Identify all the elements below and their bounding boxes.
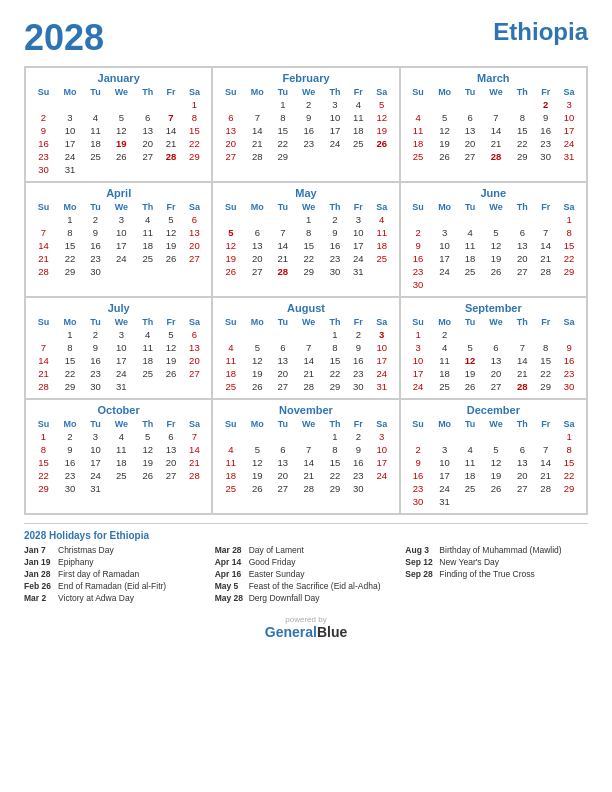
- calendar-day: 16: [347, 354, 370, 367]
- holiday-name: Birthday of Muhammad (Mawlid): [439, 545, 561, 555]
- holiday-name: Christmas Day: [58, 545, 114, 555]
- list-item: May 28Derg Downfall Day: [215, 593, 398, 603]
- calendar-day: 18: [431, 367, 459, 380]
- calendar-day: 9: [294, 111, 323, 124]
- day-header: Su: [31, 86, 56, 98]
- day-header: Th: [323, 201, 347, 213]
- calendar-day: 1: [557, 430, 581, 443]
- calendar-day: 25: [347, 137, 370, 150]
- calendar-day: 26: [482, 482, 511, 495]
- calendar-day: [56, 98, 84, 111]
- calendar-day: 12: [482, 239, 511, 252]
- calendar-day: 18: [136, 239, 160, 252]
- calendar-day: 4: [218, 341, 243, 354]
- day-header: Tu: [84, 201, 107, 213]
- calendar-day: [218, 98, 243, 111]
- calendar-day: 30: [56, 482, 84, 495]
- calendar-day: 4: [218, 443, 243, 456]
- calendar-day: 24: [557, 137, 581, 150]
- calendar-day: [431, 278, 459, 291]
- month-title: March: [406, 72, 581, 84]
- calendar-day: 14: [534, 456, 557, 469]
- calendar-day: [243, 430, 271, 443]
- list-item: Mar 28Day of Lament: [215, 545, 398, 555]
- calendar-day: 26: [160, 367, 183, 380]
- calendar-day: 12: [160, 341, 183, 354]
- calendar-day: [431, 213, 459, 226]
- calendar-day: 13: [160, 443, 183, 456]
- day-header: Su: [31, 316, 56, 328]
- calendar-day: 23: [84, 367, 107, 380]
- calendar-day: 13: [482, 354, 511, 367]
- day-header: Sa: [370, 86, 394, 98]
- calendar-day: 8: [182, 111, 206, 124]
- holiday-date: Mar 28: [215, 545, 245, 555]
- calendar-day: 27: [218, 150, 243, 163]
- calendar-day: 29: [56, 265, 84, 278]
- calendar-day: 21: [271, 252, 294, 265]
- calendar-day: 20: [136, 137, 160, 150]
- day-header: Fr: [160, 316, 183, 328]
- holiday-date: May 28: [215, 593, 245, 603]
- calendar-day: 15: [56, 354, 84, 367]
- calendar-day: 8: [323, 443, 347, 456]
- calendar-day: 20: [218, 137, 243, 150]
- calendar-day: 3: [431, 226, 459, 239]
- brand-label: GeneralBlue: [24, 624, 588, 640]
- calendar-day: 24: [431, 265, 459, 278]
- calendar-day: [160, 265, 183, 278]
- day-header: Su: [218, 316, 243, 328]
- calendar-day: 19: [218, 252, 243, 265]
- day-header: Th: [510, 418, 534, 430]
- calendar-day: 18: [370, 239, 394, 252]
- holiday-date: Sep 12: [405, 557, 435, 567]
- calendar-day: 10: [107, 341, 136, 354]
- month-title: July: [31, 302, 206, 314]
- calendar-day: 7: [482, 111, 511, 124]
- calendar-day: 2: [323, 213, 347, 226]
- calendar-day: 21: [31, 367, 56, 380]
- calendar-day: 15: [323, 456, 347, 469]
- list-item: Feb 26End of Ramadan (Eid al-Fitr): [24, 581, 207, 591]
- calendar-day: 26: [107, 150, 136, 163]
- calendar-day: 4: [347, 98, 370, 111]
- holiday-column: Jan 7Christmas DayJan 19EpiphanyJan 28Fi…: [24, 545, 207, 605]
- calendar-day: 8: [271, 111, 294, 124]
- day-header: Fr: [534, 316, 557, 328]
- calendar-day: 31: [107, 380, 136, 393]
- calendar-day: 3: [323, 98, 347, 111]
- calendar-day: 24: [431, 482, 459, 495]
- calendar-day: 19: [482, 469, 511, 482]
- calendar-day: [459, 98, 482, 111]
- month-title: May: [218, 187, 393, 199]
- holiday-date: Mar 2: [24, 593, 54, 603]
- calendar-day: 30: [84, 380, 107, 393]
- calendar-day: [510, 98, 534, 111]
- calendar-day: 2: [84, 213, 107, 226]
- calendar-day: 21: [534, 469, 557, 482]
- calendar-day: 17: [370, 456, 394, 469]
- calendar-day: [182, 163, 206, 176]
- calendar-day: 30: [84, 265, 107, 278]
- calendar-day: 11: [459, 239, 482, 252]
- calendar-day: 5: [218, 226, 243, 239]
- day-header: We: [294, 201, 323, 213]
- month-block-august: AugustSuMoTuWeThFrSa12345678910111213141…: [212, 297, 399, 399]
- calendar-day: 5: [431, 111, 459, 124]
- calendar-day: 30: [31, 163, 56, 176]
- day-header: Th: [136, 201, 160, 213]
- footer: powered by GeneralBlue: [24, 615, 588, 640]
- calendar-day: 16: [84, 239, 107, 252]
- calendar-day: 22: [294, 252, 323, 265]
- calendar-day: 21: [160, 137, 183, 150]
- calendar-day: [136, 380, 160, 393]
- list-item: Apr 16Easter Sunday: [215, 569, 398, 579]
- month-block-may: MaySuMoTuWeThFrSa12345678910111213141516…: [212, 182, 399, 297]
- day-header: Su: [406, 316, 431, 328]
- calendar-day: 25: [370, 252, 394, 265]
- calendar-day: 15: [510, 124, 534, 137]
- holiday-date: Apr 16: [215, 569, 245, 579]
- calendar-day: 2: [534, 98, 557, 111]
- calendar-day: [370, 150, 394, 163]
- calendar-day: 28: [31, 265, 56, 278]
